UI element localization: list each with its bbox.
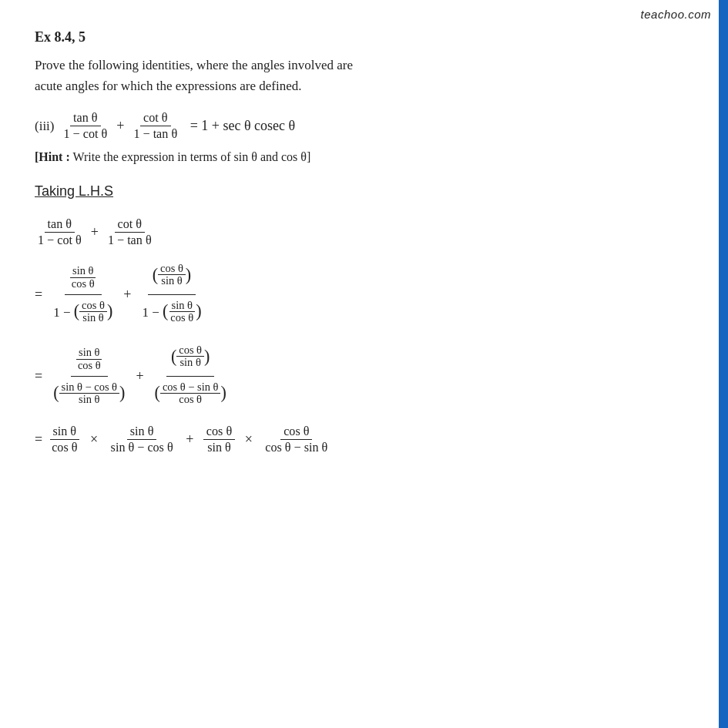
watermark: teachoo.com	[641, 8, 711, 21]
hint-label: [Hint :	[35, 150, 70, 163]
plus-sign-1: +	[116, 118, 124, 134]
formula-statement: (iii) tan θ 1 − cot θ + cot θ 1 − tan θ …	[35, 110, 686, 142]
frac-denominator-1-tan: 1 − tan θ	[130, 126, 180, 142]
step4-frac2a: cos θ sin θ	[203, 424, 235, 455]
step4-frac2b: cos θ cos θ − sin θ	[262, 424, 330, 455]
frac-tan-over-1-cot: tan θ 1 − cot θ	[61, 110, 111, 142]
step3-row: = sin θ cos θ ( sin θ − cos θ sin θ )	[35, 341, 686, 413]
equals-sign-0: = 1 + sec θ cosec θ	[186, 118, 295, 134]
problem-line2: acute angles for which the expressions a…	[35, 79, 301, 93]
problem-text: Prove the following identities, where th…	[35, 55, 686, 96]
step2-frac2: ( cos θ sin θ ) 1 − ( sin θ cos θ )	[137, 259, 206, 331]
taking-lhs-heading: Taking L.H.S	[35, 183, 686, 200]
step2-frac1: sin θ cos θ 1 − ( cos θ sin θ )	[49, 259, 117, 331]
step3-frac1: sin θ cos θ ( sin θ − cos θ sin θ )	[49, 341, 129, 413]
frac-cot-over-1-tan: cot θ 1 − tan θ	[130, 110, 180, 142]
step1-frac1: tan θ 1 − cot θ	[35, 216, 85, 248]
step4-frac1b: sin θ sin θ − cos θ	[108, 424, 176, 455]
hint-line: [Hint : Write the expression in terms of…	[35, 148, 686, 166]
problem-line1: Prove the following identities, where th…	[35, 58, 353, 72]
side-accent-bar	[719, 0, 728, 728]
step4-row: = sin θ cos θ × sin θ sin θ − cos θ + co…	[35, 422, 686, 457]
step2-row: = sin θ cos θ 1 − ( cos θ sin θ )	[35, 259, 686, 331]
step4-frac1a: sin θ cos θ	[49, 424, 80, 455]
frac-denominator-1-cot: 1 − cot θ	[61, 126, 111, 142]
section-title: Ex 8.4, 5	[35, 29, 686, 45]
frac-numerator-cot: cot θ	[140, 110, 171, 126]
step3-frac2: ( cos θ sin θ ) ( cos θ − sin θ cos θ )	[150, 341, 231, 413]
frac-numerator-tan: tan θ	[70, 110, 101, 126]
hint-text: Write the expression in terms of sin θ a…	[73, 150, 311, 163]
step1-frac2: cot θ 1 − tan θ	[105, 216, 155, 248]
step1-row: tan θ 1 − cot θ + cot θ 1 − tan θ	[35, 215, 686, 250]
item-iii-label: (iii)	[35, 119, 55, 134]
